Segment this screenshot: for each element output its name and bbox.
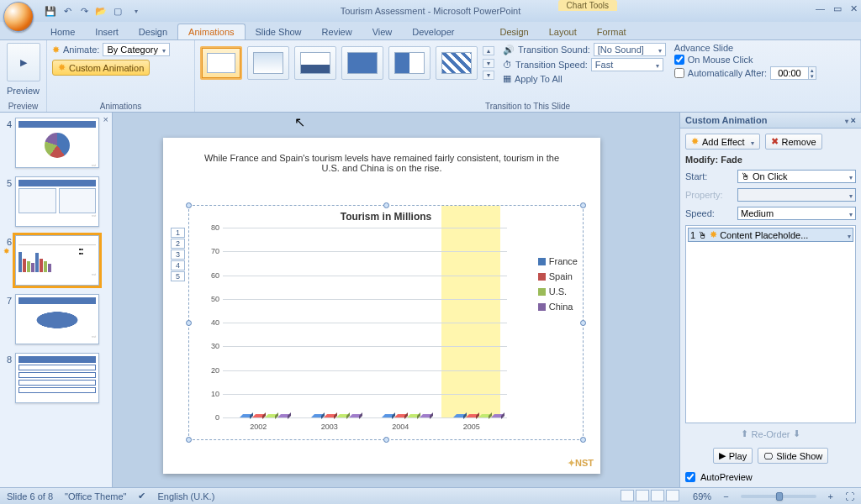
preview-button[interactable]: ▶ (7, 43, 40, 81)
transition-thumb[interactable] (341, 46, 383, 80)
auto-after-check[interactable] (674, 68, 684, 78)
panel-close-icon[interactable]: × (103, 114, 108, 124)
reorder-up-icon[interactable]: ⬆ (741, 428, 748, 439)
apply-all-icon: ▦ (503, 73, 511, 84)
slide-thumb-5[interactable]: nst (15, 176, 99, 227)
undo-icon[interactable]: ↶ (61, 4, 74, 18)
zoom-level[interactable]: 69% (693, 491, 711, 501)
on-mouse-label: On Mouse Click (688, 55, 753, 65)
save-icon[interactable]: 💾 (44, 4, 57, 18)
tab-insert[interactable]: Insert (85, 24, 129, 39)
play-button[interactable]: ▶ Play (713, 448, 753, 464)
thumb-num: 8 (3, 353, 12, 365)
slide-editor[interactable]: While France and Spain's tourism levels … (113, 113, 679, 487)
redo-icon[interactable]: ↷ (77, 4, 91, 18)
tab-chart-layout[interactable]: Layout (539, 24, 587, 39)
thumb-num: 4 (3, 118, 12, 129)
start-label: Start: (685, 171, 732, 181)
resize-handle[interactable] (186, 320, 192, 326)
tab-animations[interactable]: Animations (177, 24, 245, 39)
tab-developer[interactable]: Developer (402, 24, 464, 39)
tab-chart-format[interactable]: Format (587, 24, 637, 39)
zoom-in-icon[interactable]: + (828, 491, 833, 501)
minimize-icon[interactable]: — (816, 3, 825, 14)
custom-animation-button[interactable]: ✸Custom Animation (52, 60, 150, 76)
effect-list[interactable]: 1🖱✸Content Placeholde... (685, 225, 856, 423)
tab-slideshow[interactable]: Slide Show (246, 24, 312, 39)
reorder-controls: ⬆Re-Order⬇ (685, 428, 856, 439)
trans-speed-label: Transition Speed: (515, 60, 588, 70)
status-bar: Slide 6 of 8 "Office Theme" ✔ English (U… (0, 487, 861, 504)
tab-review[interactable]: Review (312, 24, 362, 39)
animate-combo[interactable]: By Category (103, 43, 170, 56)
slide-thumb-8[interactable] (15, 353, 99, 403)
transition-gallery[interactable]: ▴▾▾ (200, 46, 494, 80)
zoom-slider[interactable] (741, 495, 816, 498)
office-button[interactable] (3, 2, 34, 32)
add-effect-button[interactable]: ✸Add Effect (685, 134, 760, 150)
thumb-num: 5 (3, 176, 12, 188)
slide-thumb-7[interactable]: nst (15, 294, 99, 344)
on-mouse-check[interactable] (674, 55, 684, 65)
transition-none[interactable] (200, 46, 242, 80)
qat-more-icon[interactable] (128, 4, 141, 18)
chart-plot-area: 01020304050607080 (223, 228, 507, 417)
reorder-down-icon[interactable]: ⬇ (793, 428, 800, 439)
effect-list-item[interactable]: 1🖱✸Content Placeholde... (688, 228, 853, 242)
watermark: ✦NST (568, 457, 594, 469)
autopreview-check[interactable] (685, 472, 695, 482)
view-buttons[interactable] (621, 490, 681, 503)
resize-handle[interactable] (580, 437, 586, 443)
spellcheck-icon[interactable]: ✔ (138, 491, 145, 501)
resize-handle[interactable] (186, 202, 192, 208)
resize-handle[interactable] (186, 437, 192, 443)
taskpane-menu-icon[interactable] (843, 115, 848, 125)
start-combo[interactable]: 🖱 On Click (737, 170, 856, 183)
slide-thumb-4[interactable]: nst (15, 118, 99, 168)
property-combo (737, 188, 856, 202)
title-bar: 💾 ↶ ↷ 📂 ▢ Tourism Assessment - Microsoft… (0, 0, 861, 22)
transition-gallery-more[interactable]: ▴▾▾ (483, 46, 494, 80)
slide-canvas[interactable]: While France and Spain's tourism levels … (163, 138, 600, 474)
trans-sound-combo[interactable]: [No Sound] (594, 43, 666, 56)
fit-window-icon[interactable]: ⛶ (845, 491, 854, 501)
slideshow-button[interactable]: 🖵 Slide Show (758, 448, 828, 464)
slide-body-text: While France and Spain's tourism levels … (163, 138, 600, 178)
tab-home[interactable]: Home (40, 24, 85, 39)
slide-panel: × 4 nst 5 nst 6✸ ■■■■ nst 7 nst 8 (0, 113, 113, 487)
transition-thumb[interactable] (294, 46, 336, 80)
trans-speed-combo[interactable]: Fast (591, 58, 663, 71)
workspace: × 4 nst 5 nst 6✸ ■■■■ nst 7 nst 8 While … (0, 113, 861, 487)
close-icon[interactable]: ✕ (850, 3, 858, 14)
advance-slide-label: Advance Slide (674, 43, 816, 53)
speed-icon: ⏱ (503, 60, 512, 70)
status-language[interactable]: English (U.K.) (157, 491, 214, 501)
tab-design[interactable]: Design (129, 24, 177, 39)
slide-thumb-6[interactable]: ■■■■ nst (15, 235, 99, 286)
custom-animation-pane: Custom Animation × ✸Add Effect ✖Remove M… (679, 113, 861, 487)
group-preview: Preview (5, 100, 41, 112)
chart-placeholder[interactable]: 12345 Tourism in Millions 01020304050607… (188, 205, 584, 440)
auto-after-spinner[interactable]: ▴▾ (770, 66, 816, 80)
restore-icon[interactable]: ▭ (833, 3, 842, 14)
speed-combo[interactable]: Medium (737, 207, 856, 220)
apply-to-all-button[interactable]: ▦Apply To All (503, 73, 666, 84)
transition-thumb[interactable] (388, 46, 430, 80)
resize-handle[interactable] (580, 320, 586, 326)
zoom-out-icon[interactable]: − (723, 491, 728, 501)
speed-label: Speed: (685, 208, 732, 218)
preview-label: Preview (5, 86, 41, 96)
tab-chart-design[interactable]: Design (489, 24, 538, 39)
transition-thumb[interactable] (247, 46, 289, 80)
resize-handle[interactable] (383, 202, 389, 208)
ribbon: ▶ Preview Preview ✸ Animate: By Category… (0, 40, 861, 113)
resize-handle[interactable] (580, 202, 586, 208)
open-icon[interactable]: 📂 (94, 4, 108, 18)
tab-view[interactable]: View (362, 24, 403, 39)
remove-effect-button[interactable]: ✖Remove (765, 134, 822, 150)
new-icon[interactable]: ▢ (111, 4, 124, 18)
taskpane-close-icon[interactable]: × (851, 115, 856, 125)
transition-thumb[interactable] (436, 46, 478, 80)
resize-handle[interactable] (383, 437, 389, 443)
status-slide: Slide 6 of 8 (7, 491, 53, 501)
